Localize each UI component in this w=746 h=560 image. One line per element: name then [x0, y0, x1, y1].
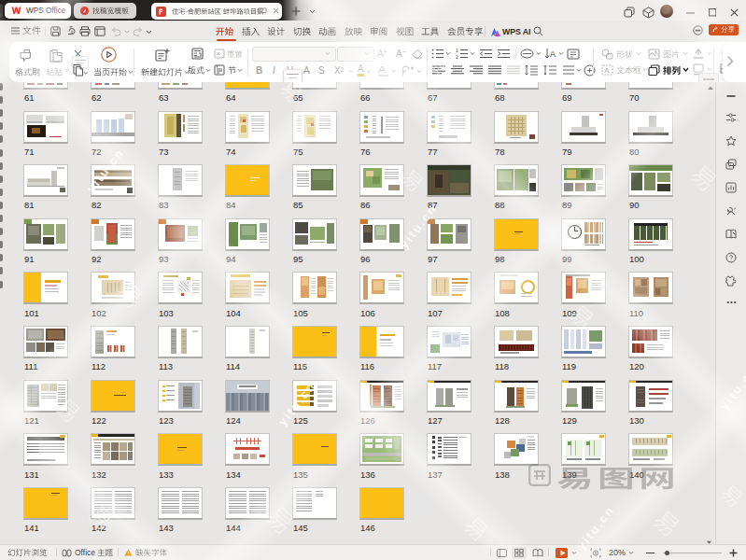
svg-text:1: 1	[456, 49, 458, 53]
svg-text:A: A	[550, 49, 556, 59]
svg-text:2: 2	[456, 54, 458, 59]
svg-text:A: A	[604, 66, 610, 75]
